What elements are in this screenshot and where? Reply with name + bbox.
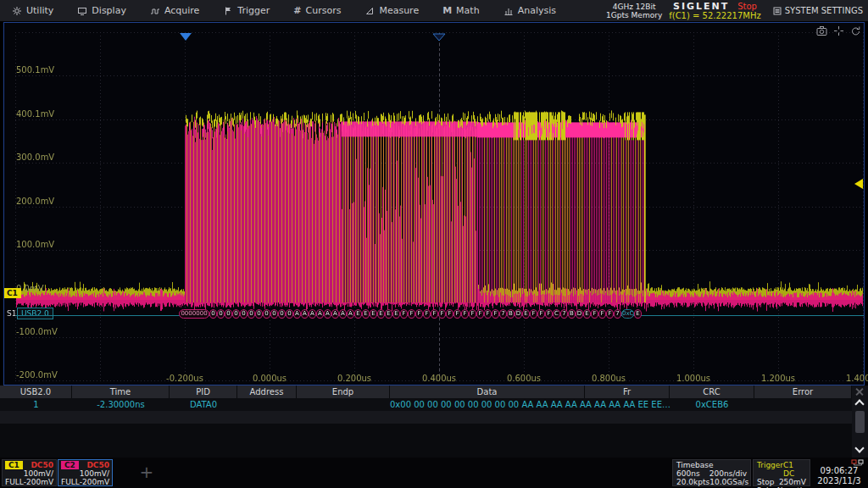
decode-byte-bubble: A: [331, 309, 339, 319]
decode-byte-bubble: E: [385, 309, 392, 319]
x-axis-label: 1.400us: [846, 374, 868, 383]
table-header-cell: Data: [390, 385, 585, 398]
y-axis-label: -100.0mV: [16, 328, 58, 336]
table-header-cell: Error: [754, 385, 852, 398]
expand-cursors-icon[interactable]: [833, 25, 844, 36]
gear-icon: [12, 6, 22, 16]
decode-byte-bubble: F: [446, 309, 453, 319]
table-header-cell: CRC: [670, 385, 754, 398]
menu-display-label: Display: [92, 5, 126, 16]
decode-byte-bubble: F: [461, 309, 469, 319]
trigger-delay-marker[interactable]: [180, 33, 192, 41]
run-state[interactable]: Stop: [737, 2, 757, 11]
menu-display[interactable]: Display: [65, 0, 138, 21]
decode-byte-bubble: E: [362, 309, 370, 319]
decode-byte-bubble: F: [423, 309, 431, 319]
decode-byte-bubble: F: [431, 309, 438, 319]
waveform-canvas[interactable]: [4, 23, 864, 385]
channel-c1-offset-badge[interactable]: C1: [4, 288, 21, 298]
decode-byte-bubble: D: [576, 309, 583, 319]
trigger-box[interactable]: Trigger C1 DC Stop 250mV Pulse Negative: [753, 459, 810, 486]
timebase-title: Timebase: [676, 461, 713, 469]
close-icon[interactable]: [855, 387, 864, 396]
decode-byte-bubble: 0: [209, 309, 217, 319]
plot-toolbar: [816, 25, 861, 36]
c1-bandwidth: FULL: [5, 478, 24, 486]
menu-acquire-label: Acquire: [164, 5, 199, 16]
menu-utility[interactable]: Utility: [0, 0, 65, 21]
decode-byte-bubble: E: [522, 309, 530, 319]
timebase-rate: 10.0GSa/s: [709, 478, 748, 486]
c2-scale: 100mV/: [80, 469, 109, 478]
decode-byte-bubble: D: [515, 309, 522, 319]
trigger-flag-icon: [223, 6, 233, 16]
camera-icon[interactable]: [816, 25, 827, 36]
decode-byte-bubble: 0: [263, 309, 270, 319]
decode-byte-bubble: E: [377, 309, 385, 319]
decode-byte-bubble: B: [507, 309, 515, 319]
menu-acquire[interactable]: Acquire: [138, 0, 211, 21]
decode-bus-badge[interactable]: USB2.0: [17, 308, 53, 319]
decode-byte-bubble: A: [339, 309, 347, 319]
table-header-cell: Fr: [585, 385, 670, 398]
table-header-cell: PID: [170, 385, 237, 398]
decode-byte-bubble: 0: [278, 309, 286, 319]
scrollbar-thumb[interactable]: [855, 411, 865, 433]
c2-coupling: DC50: [86, 461, 109, 469]
table-row[interactable]: 1-2.30000nsDATA00x00 00 00 00 00 00 00 0…: [0, 398, 852, 411]
y-axis-label: 200.0mV: [16, 197, 54, 206]
scroll-up-icon[interactable]: [854, 399, 864, 408]
trigger-source: C1 DC: [783, 461, 806, 478]
trigger-position-marker[interactable]: [432, 33, 446, 42]
scroll-down-icon[interactable]: [854, 443, 864, 452]
menu-measure[interactable]: Measure: [353, 0, 431, 21]
decode-byte-bubble: F: [606, 309, 614, 319]
table-empty-area: [0, 424, 852, 458]
rotate-refresh-icon[interactable]: [850, 25, 861, 36]
menu-trigger-label: Trigger: [237, 5, 270, 16]
brand-block: SIGLENT Stop f(C1) = 52.22217MHz: [669, 2, 761, 20]
serial-decode-label: S1: [7, 309, 16, 318]
menu-math[interactable]: M Math: [431, 0, 491, 21]
menu-trigger[interactable]: Trigger: [211, 0, 281, 21]
menu-analysis-label: Analysis: [518, 5, 556, 16]
menu-cursors[interactable]: # Cursors: [281, 0, 353, 21]
channel-box-c1[interactable]: C1 DC50 100mV/ FULL -200mV: [2, 459, 57, 486]
trigger-level-arrow[interactable]: [854, 179, 863, 189]
decode-byte-bubble: F: [438, 309, 446, 319]
channel-box-c2[interactable]: C2 DC50 100mV/ FULL -200mV: [58, 459, 113, 486]
clock-date: 2023/11/3: [812, 476, 866, 486]
trigger-state: Stop: [757, 478, 774, 486]
table-header-cell: USB2.0: [0, 385, 72, 398]
x-axis-label: -0.200us: [166, 374, 203, 383]
menu-utility-label: Utility: [26, 5, 53, 16]
memory-info: 4GHz 12Bit 1Gpts Memory: [606, 2, 662, 19]
channel-c1-badge: C1: [5, 461, 23, 469]
table-empty-row: [0, 411, 852, 424]
channel-c2-badge: C2: [61, 461, 79, 469]
decode-byte-bubble: F: [591, 309, 598, 319]
decode-byte-bubble: 0: [217, 309, 225, 319]
add-channel-button[interactable]: +: [127, 459, 166, 486]
decode-byte-bubble: F: [598, 309, 606, 319]
menu-analysis[interactable]: Analysis: [492, 0, 568, 21]
datetime-box[interactable]: 09:06:27 2023/11/3: [812, 459, 866, 486]
decode-byte-bubble: E: [354, 309, 362, 319]
decode-sync-bubble: 0000000: [179, 309, 209, 319]
system-settings-button[interactable]: SYSTEM SETTINGS: [768, 6, 863, 15]
table-cell: 0x00 00 00 00 00 00 00 00 00 AA AA AA AA…: [390, 400, 585, 409]
measure-icon: [364, 6, 375, 16]
decode-byte-bubble: A: [293, 309, 301, 319]
c1-coupling: DC50: [31, 461, 53, 469]
table-cell: DATA0: [170, 400, 237, 409]
memory-line1: 4GHz 12Bit: [606, 3, 662, 11]
decode-byte-bubble: 7: [614, 309, 621, 319]
decode-byte-bubble: E: [392, 309, 400, 319]
decode-byte-bubble: E: [370, 309, 377, 319]
decode-byte-bubble: F: [545, 309, 553, 319]
table-cell: 1: [0, 400, 72, 409]
timebase-box[interactable]: Timebase 600ns 200ns/div 20.0kpts 10.0GS…: [672, 459, 751, 486]
c2-bandwidth: FULL: [61, 478, 80, 486]
x-axis-label: 1.000us: [676, 374, 710, 383]
memory-line2: 1Gpts Memory: [606, 11, 662, 19]
